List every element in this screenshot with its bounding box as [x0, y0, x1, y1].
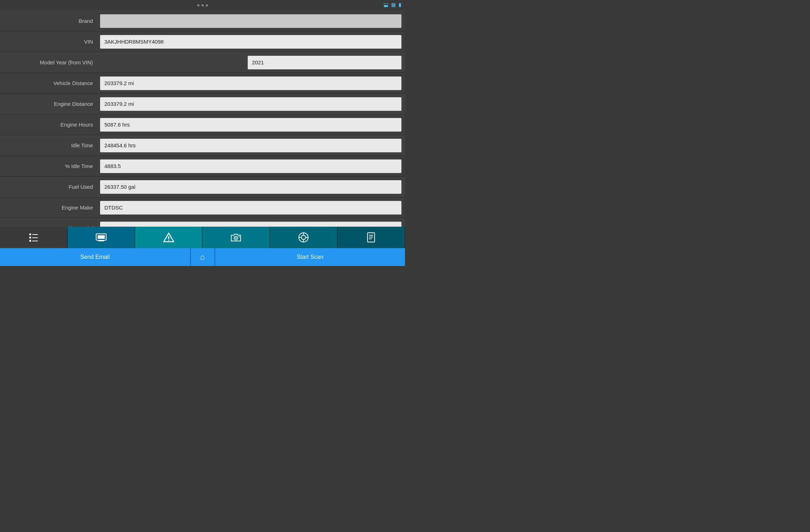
svg-rect-11: [100, 236, 103, 237]
report-icon: [365, 232, 377, 243]
battery-icon: ▮: [399, 2, 401, 8]
camera-icon: [230, 232, 242, 243]
svg-rect-26: [369, 237, 373, 237]
brand-value[interactable]: [100, 14, 401, 28]
svg-rect-5: [32, 241, 38, 241]
svg-rect-13: [168, 236, 169, 239]
fuel-used-row: Fuel Used 26337.50 gal: [0, 177, 405, 197]
bluetooth-icon: ⬓: [384, 2, 388, 8]
warning-icon: [163, 232, 174, 243]
engine-make-value[interactable]: DTDSC: [100, 201, 401, 215]
engine-make-row: Engine Make DTDSC: [0, 197, 405, 218]
svg-rect-0: [29, 233, 31, 235]
engine-hours-label: Engine Hours: [4, 122, 100, 128]
dot-2: [202, 4, 204, 6]
svg-point-14: [168, 240, 169, 241]
nav-tire[interactable]: [270, 227, 337, 248]
dot-3: [206, 4, 208, 6]
engine-serial-value[interactable]: 472910S0820: [100, 222, 401, 227]
fuel-used-label: Fuel Used: [4, 184, 100, 190]
model-year-label: Model Year (from VIN): [4, 59, 100, 65]
nav-camera[interactable]: [202, 227, 270, 248]
vehicle-distance-value[interactable]: 203379.2 mi: [100, 77, 401, 90]
engine-distance-label: Engine Distance: [4, 101, 100, 107]
pct-idle-time-value[interactable]: 4883.5: [100, 159, 401, 173]
nav-diagnostics[interactable]: [68, 227, 135, 248]
pct-idle-time-label: % Idle Time: [4, 163, 100, 169]
vehicle-distance-label: Vehicle Distance: [4, 80, 100, 86]
svg-rect-2: [29, 240, 31, 242]
model-year-value[interactable]: 2021: [248, 56, 401, 69]
top-dots: [197, 4, 208, 6]
nav-warning[interactable]: [135, 227, 203, 248]
svg-point-19: [301, 235, 306, 240]
send-email-button[interactable]: Send Email: [0, 248, 190, 266]
model-year-row: Model Year (from VIN) 2021: [0, 52, 405, 73]
svg-rect-1: [29, 237, 31, 238]
action-bar: Send Email ⌂ Start Scan: [0, 248, 405, 266]
signal-icon: ▦: [391, 2, 396, 8]
status-icons: ⬓ ▦ ▮: [384, 2, 401, 8]
brand-label: Brand: [4, 18, 100, 24]
engine-distance-row: Engine Distance 203379.2 mi: [0, 94, 405, 114]
engine-distance-value[interactable]: 203379.2 mi: [100, 97, 401, 111]
svg-point-17: [239, 236, 240, 237]
start-scan-button[interactable]: Start Scan: [215, 248, 405, 266]
bottom-nav: [0, 227, 405, 248]
checklist-icon: [28, 232, 39, 243]
vin-value[interactable]: 3AKJHHDR8MSMY4098: [100, 35, 401, 49]
svg-rect-27: [369, 238, 372, 239]
home-icon: ⌂: [200, 252, 205, 262]
engine-serial-row: Engine Serial 472910S0820: [0, 218, 405, 227]
nav-report[interactable]: [337, 227, 405, 248]
idle-time-label: Idle Time: [4, 142, 100, 148]
engine-hours-value[interactable]: 5087.6 hrs: [100, 118, 401, 132]
main-content: Brand VIN 3AKJHHDR8MSMY4098 Model Year (…: [0, 11, 405, 227]
vin-label: VIN: [4, 39, 100, 45]
engine-hours-row: Engine Hours 5087.6 hrs: [0, 114, 405, 135]
diagnostics-icon: [95, 232, 107, 243]
idle-time-row: Idle Time 248454.6 hrs: [0, 135, 405, 156]
dot-1: [197, 4, 199, 6]
top-bar: ⬓ ▦ ▮: [0, 0, 405, 11]
nav-checklist[interactable]: [0, 227, 68, 248]
svg-rect-25: [369, 235, 373, 236]
fuel-used-value[interactable]: 26337.50 gal: [100, 180, 401, 194]
pct-idle-time-row: % Idle Time 4883.5: [0, 156, 405, 177]
brand-row: Brand: [0, 11, 405, 31]
svg-point-16: [235, 237, 237, 239]
svg-rect-3: [32, 234, 38, 235]
svg-rect-4: [32, 237, 38, 238]
vehicle-distance-row: Vehicle Distance 203379.2 mi: [0, 73, 405, 94]
tire-icon: [298, 232, 309, 243]
idle-time-value[interactable]: 248454.6 hrs: [100, 139, 401, 152]
home-button[interactable]: ⌂: [190, 248, 215, 266]
vin-row: VIN 3AKJHHDR8MSMY4098: [0, 31, 405, 52]
engine-make-label: Engine Make: [4, 205, 100, 211]
